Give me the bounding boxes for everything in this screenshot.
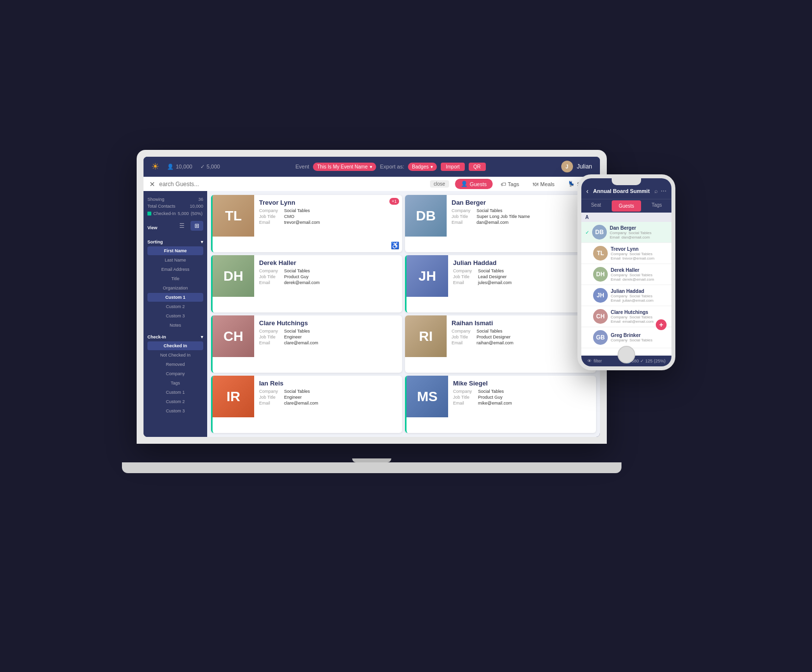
green-dot <box>147 212 151 216</box>
guest-email-dan: Email dan@email.com <box>452 220 591 225</box>
tab-meals[interactable]: 🍽 Meals <box>527 179 560 189</box>
phone-avatar-clare: CH <box>593 309 608 324</box>
phone-tab-tags[interactable]: Tags <box>642 199 671 213</box>
tab-tags[interactable]: 🏷 Tags <box>495 179 525 189</box>
header-left: ☀ 👤 10,000 ✓ 5,000 <box>151 161 220 172</box>
fab-add-button[interactable]: + <box>656 319 667 330</box>
sidebar-sort-firstname[interactable]: First Name <box>147 246 203 255</box>
checked-count: 5,000 <box>207 164 220 169</box>
guest-jobtitle-derek: Job Title Product Guy <box>259 274 397 279</box>
toolbar-inner: Event This Is My Event Name ▾ Export as:… <box>295 163 485 171</box>
total-count: 10,000 <box>190 203 203 210</box>
sidebar-checkin-removed[interactable]: Removed <box>147 360 203 369</box>
phone-home-button[interactable] <box>618 346 635 363</box>
guest-card-julian[interactable]: JH Julian Haddad Company Social Tables J… <box>405 255 596 312</box>
guests-tab-label: Guests <box>470 181 487 187</box>
guest-card-clare[interactable]: CH Clare Hutchings Company Social Tables… <box>211 315 402 373</box>
sidebar-filter-custom3[interactable]: Custom 3 <box>147 407 203 415</box>
phone-avatar-dan: DB <box>592 225 607 240</box>
phone-list-item-greg[interactable]: GB Greg Brinker Company Social Tables + <box>581 327 671 348</box>
sidebar-sort-title[interactable]: Title <box>147 274 203 283</box>
sidebar-sort-lastname[interactable]: Last Name <box>147 256 203 264</box>
guest-company-dan: Company Social Tables <box>452 208 591 213</box>
sidebar-sort-org[interactable]: Organization <box>147 284 203 292</box>
phone-more-icon[interactable]: ⋯ <box>661 188 667 194</box>
sidebar-checkin-not[interactable]: Not Checked In <box>147 351 203 360</box>
phone-list-item-trevor[interactable]: TL Trevor Lynn Company Social Tables Ema… <box>581 243 671 264</box>
phone-item-detail-julian: Company Social Tables <box>611 294 668 298</box>
sidebar-sort-custom2[interactable]: Custom 2 <box>147 302 203 311</box>
grid-view-btn[interactable]: ⊞ <box>191 221 203 231</box>
guest-info-clare: Clare Hutchings Company Social Tables Jo… <box>254 315 402 373</box>
phone-list-item-julian[interactable]: JH Julian Haddad Company Social Tables E… <box>581 285 671 306</box>
sidebar-checkin-checked[interactable]: Checked In <box>147 341 203 350</box>
checked-in-label: Checked-In <box>153 210 176 217</box>
view-section: View ☰ ⊞ <box>147 221 203 235</box>
phone-item-name-clare: Clare Hutchings <box>611 310 668 315</box>
phone-filter[interactable]: 👁 filter <box>587 359 602 363</box>
guest-avatar-mike: MS <box>406 376 448 417</box>
sidebar: Showing 36 Total Contacts 10,000 Checked… <box>143 191 207 437</box>
phone-item-name-julian: Julian Haddad <box>611 288 668 294</box>
phone-tab-seat[interactable]: Seat <box>581 199 611 213</box>
guest-jobtitle-dan: Job Title Super Long Job Title Name <box>452 214 591 219</box>
check-icon: ✓ <box>200 164 205 170</box>
guest-card-dan[interactable]: DB Dan Berger Company Social Tables Job … <box>405 195 596 252</box>
guest-name-raihan: Raihan Ismati <box>452 319 591 327</box>
guest-avatar-ian: IR <box>213 376 254 417</box>
guest-email-mike: Email mike@email.com <box>453 401 591 406</box>
sidebar-filter-custom2[interactable]: Custom 2 <box>147 397 203 406</box>
phone-tab-guests[interactable]: Guests <box>612 200 641 212</box>
phone-back-icon[interactable]: ‹ <box>586 187 589 195</box>
export-badge[interactable]: Badges ▾ <box>408 163 437 171</box>
sidebar-sort-custom3[interactable]: Custom 3 <box>147 312 203 320</box>
laptop-body: ☀ 👤 10,000 ✓ 5,000 <box>137 150 607 444</box>
guest-email-clare: Email clare@email.com <box>259 340 397 345</box>
sorting-section-header[interactable]: Sorting ▾ <box>147 240 203 244</box>
sidebar-sort-notes[interactable]: Notes <box>147 321 203 330</box>
phone-search-icon[interactable]: ⌕ <box>654 188 658 194</box>
laptop-screen: ☀ 👤 10,000 ✓ 5,000 <box>143 157 600 437</box>
phone-list-item-derek[interactable]: DH Derek Haller Company Social Tables Em… <box>581 264 671 285</box>
sidebar-filter-company[interactable]: Company <box>147 369 203 378</box>
phone-item-info-dan: Dan Berger Company Social Tables Email d… <box>610 225 668 240</box>
plus-badge-trevor: +1 <box>389 198 399 205</box>
event-badge[interactable]: This Is My Event Name ▾ <box>313 163 376 171</box>
guest-photo-clare: CH <box>213 315 254 357</box>
phone-notch <box>612 178 641 185</box>
qr-button[interactable]: QR <box>469 163 486 171</box>
guest-photo-mike: MS <box>406 376 448 417</box>
scene: ☀ 👤 10,000 ✓ 5,000 <box>137 150 675 522</box>
view-toggle: ☰ ⊞ <box>175 221 203 231</box>
sidebar-filter-tags[interactable]: Tags <box>147 379 203 387</box>
seat-tab-icon: 💺 <box>568 181 575 187</box>
phone-item-name-greg: Greg Brinker <box>611 333 668 338</box>
guest-card-raihan[interactable]: RI Raihan Ismati Company Social Tables J… <box>405 315 596 373</box>
close-button[interactable]: close <box>430 180 449 188</box>
guest-company-trevor: Company Social Tables <box>259 208 397 213</box>
guest-card-derek[interactable]: DH Derek Haller Company Social Tables Jo… <box>211 255 402 312</box>
avatar: J <box>561 161 573 172</box>
filter-label: filter <box>594 359 602 363</box>
phone-list-item-dan[interactable]: ✓ DB Dan Berger Company Social Tables Em… <box>581 222 671 243</box>
phone: ‹ Annual Board Summit ⌕ ⋯ Seat Guests Ta… <box>577 174 675 370</box>
guest-photo-trevor: TL <box>213 195 254 237</box>
guest-jobtitle-julian: Job Title Lead Designer <box>453 274 591 279</box>
app-header: ☀ 👤 10,000 ✓ 5,000 <box>143 157 600 177</box>
guest-card-mike[interactable]: MS Mike Siegel Company Social Tables Job… <box>405 376 596 433</box>
sidebar-filter-custom1[interactable]: Custom 1 <box>147 388 203 397</box>
sidebar-sort-custom1[interactable]: Custom 1 <box>147 293 203 302</box>
guest-grid: TL Trevor Lynn Company Social Tables Job… <box>207 191 600 437</box>
filter-eye-icon: 👁 <box>587 359 592 363</box>
import-button[interactable]: Import <box>441 163 464 171</box>
guest-card-ian[interactable]: IR Ian Reis Company Social Tables Job Ti… <box>211 376 402 433</box>
sidebar-sort-email[interactable]: Email Address <box>147 265 203 274</box>
checkin-section-header[interactable]: Check-In ▾ <box>147 335 203 339</box>
guest-card-trevor[interactable]: TL Trevor Lynn Company Social Tables Job… <box>211 195 402 252</box>
search-input[interactable] <box>159 181 426 188</box>
list-view-btn[interactable]: ☰ <box>175 221 189 231</box>
phone-item-name-derek: Derek Haller <box>611 267 668 273</box>
phone-item-email-julian: Email julian@email.com <box>611 298 668 303</box>
tab-guests[interactable]: 👤 Guests <box>455 179 493 189</box>
search-clear-icon[interactable]: ✕ <box>149 180 155 188</box>
